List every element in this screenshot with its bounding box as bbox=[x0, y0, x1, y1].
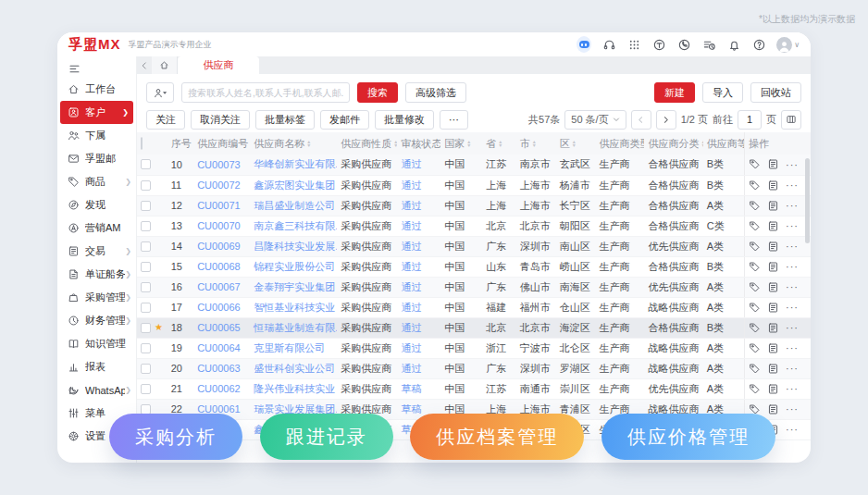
tag-icon[interactable] bbox=[749, 220, 761, 232]
form-icon[interactable] bbox=[767, 322, 779, 334]
cell-code[interactable]: CU00065 bbox=[197, 322, 240, 333]
cell-name[interactable]: 南京鑫三科技有限... bbox=[254, 220, 337, 231]
next-page-button[interactable] bbox=[656, 110, 676, 130]
more-icon[interactable]: ··· bbox=[786, 363, 799, 374]
action-button-批量修改[interactable]: 批量修改 bbox=[375, 110, 434, 130]
cell-name[interactable]: 智恒基业科技实业 bbox=[254, 302, 335, 313]
pill-button-采购分析[interactable]: 采购分析 bbox=[109, 414, 242, 460]
more-icon[interactable]: ··· bbox=[786, 159, 799, 170]
search-button[interactable]: 搜索 bbox=[357, 82, 398, 103]
headset-icon[interactable] bbox=[601, 37, 616, 52]
row-checkbox[interactable] bbox=[141, 282, 151, 292]
row-checkbox[interactable] bbox=[141, 159, 151, 169]
form-icon[interactable] bbox=[767, 220, 779, 232]
cell-name[interactable]: 华峰创新实业有限... bbox=[254, 158, 337, 169]
more-icon[interactable]: ··· bbox=[786, 322, 799, 333]
column-header-district[interactable]: 区▴▾ bbox=[556, 132, 596, 155]
search-input[interactable] bbox=[181, 82, 350, 103]
row-checkbox[interactable] bbox=[141, 180, 151, 191]
contact-filter-button[interactable] bbox=[146, 82, 174, 103]
ai-assistant-icon[interactable] bbox=[577, 37, 591, 52]
tag-icon[interactable] bbox=[749, 158, 761, 170]
tag-icon[interactable] bbox=[749, 179, 761, 192]
row-checkbox[interactable] bbox=[141, 221, 151, 231]
advanced-filter-button[interactable]: 高级筛选 bbox=[405, 82, 466, 103]
tag-icon[interactable] bbox=[749, 261, 761, 273]
form-icon[interactable] bbox=[767, 302, 779, 314]
row-checkbox[interactable] bbox=[141, 262, 151, 272]
form-icon[interactable] bbox=[767, 158, 779, 170]
cell-code[interactable]: CU00062 bbox=[197, 383, 240, 394]
tab-back-icon[interactable] bbox=[137, 56, 152, 74]
pill-button-供应价格管理[interactable]: 供应价格管理 bbox=[601, 414, 775, 460]
sort-icon[interactable]: ▴▾ bbox=[467, 140, 470, 147]
cell-code[interactable]: CU00068 bbox=[197, 261, 240, 272]
cell-status[interactable]: 通过 bbox=[401, 281, 421, 292]
form-icon[interactable] bbox=[767, 363, 779, 375]
form-icon[interactable] bbox=[767, 261, 779, 273]
row-checkbox[interactable] bbox=[141, 201, 151, 211]
help-icon[interactable] bbox=[751, 37, 766, 52]
more-icon[interactable]: ··· bbox=[786, 302, 799, 313]
phone-icon[interactable] bbox=[676, 37, 691, 52]
cell-name[interactable]: 鑫源宏图实业集团 bbox=[254, 179, 335, 191]
row-checkbox[interactable] bbox=[141, 343, 151, 353]
form-icon[interactable] bbox=[767, 179, 779, 192]
pill-button-跟进记录[interactable]: 跟进记录 bbox=[260, 414, 393, 460]
action-button-批量标签[interactable]: 批量标签 bbox=[255, 110, 315, 130]
cell-status[interactable]: 通过 bbox=[401, 200, 421, 211]
select-all-checkbox[interactable] bbox=[141, 137, 143, 150]
more-icon[interactable]: ··· bbox=[786, 241, 799, 252]
tag-icon[interactable] bbox=[749, 383, 761, 395]
sort-icon[interactable]: ▴▾ bbox=[307, 140, 310, 147]
cell-name[interactable]: 瑞景实业发展集团... bbox=[254, 403, 337, 415]
more-icon[interactable]: ··· bbox=[786, 200, 799, 211]
cell-status[interactable]: 通过 bbox=[401, 241, 421, 252]
sidebar-item-采购管理[interactable]: 采购管理❯ bbox=[57, 286, 136, 309]
column-header-province[interactable]: 省▴▾ bbox=[482, 132, 516, 155]
cell-code[interactable]: CU00072 bbox=[197, 179, 240, 191]
tag-icon[interactable] bbox=[749, 200, 761, 212]
sidebar-item-商品[interactable]: 商品❯ bbox=[57, 170, 136, 193]
more-icon[interactable]: ··· bbox=[786, 220, 799, 231]
tag-icon[interactable] bbox=[749, 342, 761, 354]
tag-icon[interactable] bbox=[749, 302, 761, 314]
column-header-code[interactable]: 供应商编号▴▾ bbox=[193, 132, 250, 155]
more-icon[interactable]: ··· bbox=[786, 179, 799, 191]
cell-status[interactable]: 通过 bbox=[401, 342, 421, 353]
bell-icon[interactable] bbox=[726, 37, 741, 52]
column-header-country[interactable]: 国家▴▾ bbox=[440, 132, 482, 155]
cell-status[interactable]: 通过 bbox=[401, 363, 421, 374]
cell-name[interactable]: 隆兴伟业科技实业 bbox=[254, 383, 335, 394]
sidebar-item-WhatsAp...[interactable]: WhatsAp...❯ bbox=[57, 378, 136, 402]
tag-icon[interactable] bbox=[749, 281, 761, 293]
sort-icon[interactable]: ▴▾ bbox=[533, 140, 536, 147]
cell-name[interactable]: 恒瑞基业制造有限... bbox=[254, 322, 337, 333]
row-checkbox[interactable] bbox=[141, 404, 151, 415]
form-icon[interactable] bbox=[767, 281, 779, 293]
cell-status[interactable]: 通过 bbox=[401, 179, 421, 191]
action-button-关注[interactable]: 关注 bbox=[146, 110, 185, 130]
action-button-发邮件[interactable]: 发邮件 bbox=[320, 110, 369, 130]
form-icon[interactable] bbox=[767, 342, 779, 354]
page-size-select[interactable]: 50 条/页 bbox=[564, 110, 626, 130]
goto-page-input[interactable] bbox=[738, 110, 762, 130]
more-actions-button[interactable]: ⋯ bbox=[440, 110, 468, 130]
import-button[interactable]: 导入 bbox=[702, 82, 743, 103]
more-icon[interactable]: ··· bbox=[786, 403, 799, 415]
apps-grid-icon[interactable] bbox=[626, 37, 641, 52]
cell-name[interactable]: 瑞昌盛业制造公司 bbox=[254, 200, 335, 211]
cell-code[interactable]: CU00063 bbox=[197, 363, 240, 374]
cell-name[interactable]: 克里斯有限公司 bbox=[254, 342, 325, 353]
tag-icon[interactable] bbox=[749, 241, 761, 253]
column-settings-button[interactable] bbox=[781, 110, 801, 130]
tab-suppliers[interactable]: 供应商 bbox=[178, 56, 259, 74]
cell-code[interactable]: CU00069 bbox=[197, 241, 240, 252]
tab-home-icon[interactable] bbox=[152, 56, 178, 74]
action-button-取消关注[interactable]: 取消关注 bbox=[191, 110, 250, 130]
more-icon[interactable]: ··· bbox=[786, 342, 799, 353]
cell-code[interactable]: CU00066 bbox=[197, 302, 240, 313]
more-icon[interactable]: ··· bbox=[786, 261, 799, 272]
cell-status[interactable]: 通过 bbox=[401, 302, 421, 313]
cell-code[interactable]: CU00070 bbox=[197, 220, 240, 231]
